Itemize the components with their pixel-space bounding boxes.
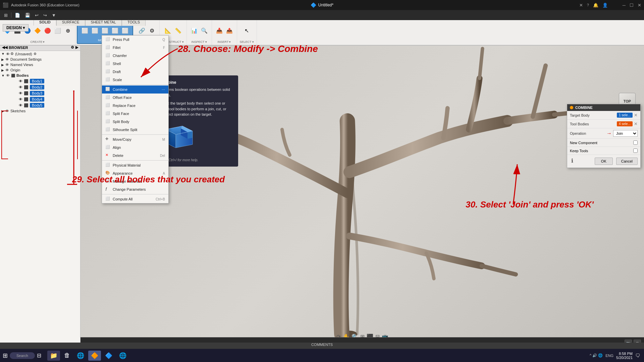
inspect-icon-2[interactable]: 🔍 [200,26,209,35]
select-icon-1[interactable]: ↖ [242,26,252,35]
notifications-btn[interactable]: 🗨 [635,353,640,358]
inspect-icon-1[interactable]: 📊 [190,26,199,35]
taskview-btn[interactable]: ⊟ [37,352,41,359]
insert-icon-1[interactable]: 📥 [215,26,224,35]
menu-fillet[interactable]: ⬜ Fillet F [102,44,168,52]
menu-press-pull[interactable]: ⬜ Press Pull Q [102,36,168,44]
menu-split-body[interactable]: ⬜ Split Body [102,118,168,126]
assemble-icon-2[interactable]: ⚙ [147,26,157,35]
menu-shell[interactable]: ⬜ Shell [102,60,168,68]
browser-expand-icon[interactable]: ▶ [75,45,78,50]
modify-icon-3[interactable]: ⬜ [100,26,110,35]
app-icon: ⬛ [3,2,8,8]
ok-button[interactable]: OK [595,158,613,165]
menu-manage-materials[interactable]: ⬜ Manage Materials [102,177,168,185]
modify-icon-4[interactable]: ⬜ [110,26,120,35]
keep-tools-checkbox[interactable] [633,148,638,153]
create-label[interactable]: CREATE ▾ [31,40,45,44]
construct-icon-1[interactable]: 📐 [163,26,173,35]
titlebar: ⬛ Autodesk Fusion 360 (Education License… [0,0,644,10]
create-icon-5[interactable]: 🔴 [43,26,52,35]
search-bar[interactable]: Search [10,352,35,359]
taskbar-photoshop[interactable]: 🔷 [102,351,115,361]
menu-move-copy[interactable]: ✛ Move/Copy M [102,135,168,143]
menu-compute-all[interactable]: ⬜ Compute All Ctrl+B [102,195,168,203]
redo-btn[interactable]: ↪ [42,12,48,18]
insert-label[interactable]: INSERT ▾ [218,40,231,44]
dropdown-btn[interactable]: ▼ [50,12,57,18]
create-icon-4[interactable]: 🔶 [33,26,42,35]
taskbar-recycle[interactable]: 🗑 [61,351,73,360]
new-component-label: New Component [570,141,597,145]
tool-bodies-clear[interactable]: ✕ [634,121,638,126]
select-group: ↖ SELECT ▾ [237,20,257,45]
operation-select[interactable]: Join Cut Intersect [613,130,638,137]
help-icon[interactable]: ? [587,3,589,7]
menu-combine[interactable]: ⬜ Combine ⋯ [102,85,168,94]
user-icon[interactable]: 👤 [602,3,608,8]
menu-align[interactable]: ⬜ Align [102,143,168,152]
close-tab-btn[interactable]: ✕ [579,3,583,8]
browser-item-bodies[interactable]: ▼ 👁 ⬛ Bodies [0,73,80,78]
menu-scale[interactable]: ⬜ Scale [102,76,168,84]
bell-icon[interactable]: 🔔 [593,3,598,8]
menu-sep-1 [102,84,168,85]
design-button[interactable]: DESIGN ▾ [3,24,29,32]
menu-offset-face[interactable]: ⬜ Offset Face [102,94,168,102]
save-btn[interactable]: 💾 [23,12,32,18]
menu-delete[interactable]: ✕ Delete Del [102,152,168,160]
construct-icon-2[interactable]: 📏 [173,26,183,35]
menu-physical-material[interactable]: ⬜ Physical Material [102,161,168,169]
browser-item-body3[interactable]: 👁 ⬛ Body3 [0,90,80,96]
browser-item-doc-settings[interactable]: ▶ 👁 Document Settings [0,57,80,62]
modify-icon-2[interactable]: ⬜ [90,26,100,35]
browser-item-body5[interactable]: 👁 ⬛ Body5 [0,102,80,108]
create-icon-7[interactable]: ⊕ [63,26,72,35]
combine-tool-bodies-row: Tool Bodies 4 sele... ✕ [567,120,640,128]
menu-silhouette-split[interactable]: ⬜ Silhouette Split [102,126,168,134]
modify-icon-5[interactable]: ⬜ [120,26,130,35]
taskbar-fusion[interactable]: 🔶 [88,351,101,361]
cancel-button[interactable]: Cancel [616,158,638,165]
taskbar-browser[interactable]: 🌐 [116,351,129,361]
tool-bodies-selector[interactable]: 4 sele... [617,121,633,126]
new-component-checkbox[interactable] [633,140,638,145]
menu-appearance[interactable]: 🎨 Appearance A [102,169,168,177]
modify-icon-1[interactable]: ⬜ [80,26,90,35]
grid-icon[interactable]: ⊞ [3,12,9,18]
inspect-label[interactable]: INSPECT ▾ [191,40,207,44]
assemble-icon-1[interactable]: 🔗 [137,26,147,35]
menu-chamfer[interactable]: ⬜ Chamfer [102,52,168,60]
browser-item-origin[interactable]: ▶ 👁 Origin [0,67,80,73]
start-btn[interactable]: ⊞ [3,352,8,359]
browser-item-unsaved[interactable]: ▼ 👁 ⚙ (Unsaved) ⚙ [0,51,80,57]
browser-item-named-views[interactable]: ▶ 👁 Named Views [0,62,80,67]
browser-item-sketches[interactable]: ▶ 👁 Sketches [0,108,80,114]
combine-info-icon[interactable]: ℹ [570,158,573,165]
menu-split-face[interactable]: ⬜ Split Face [102,110,168,118]
date-label: 5/20/2021 [616,356,633,360]
undo-btn[interactable]: ↩ [34,12,40,18]
browser-collapse-icon[interactable]: ◀◀ [2,45,7,50]
shell-icon: ⬜ [105,61,111,66]
close-btn[interactable]: ✕ [638,3,641,8]
target-body-selector[interactable]: 1 sele... [617,113,633,118]
taskbar-chrome[interactable]: 🌐 [74,351,87,361]
menu-draft[interactable]: ⬜ Draft [102,68,168,76]
browser-item-body1[interactable]: 👁 ⬛ Body1 [0,78,80,84]
browser-item-body2[interactable]: 👁 ⬛ Body2 [0,84,80,90]
menu-change-parameters[interactable]: ƒ Change Parameters [102,185,168,193]
new-btn[interactable]: 📄 [13,12,21,18]
operation-arrow-icon: → [606,130,612,136]
taskbar-explorer[interactable]: 📁 [47,351,60,361]
target-body-clear[interactable]: ✕ [634,113,638,118]
create-icon-6[interactable]: ⬜ [53,26,62,35]
appearance-icon: 🎨 [105,171,111,176]
browser-settings-icon[interactable]: ⚙ [71,45,74,50]
minimize-btn[interactable]: ─ [623,3,626,8]
browser-item-body4[interactable]: 👁 ⬛ Body4 [0,96,80,102]
maximize-btn[interactable]: ☐ [630,3,634,8]
insert-icon-2[interactable]: 📤 [225,26,234,35]
menu-replace-face[interactable]: ⬜ Replace Face [102,102,168,110]
select-label[interactable]: SELECT ▾ [240,40,254,44]
